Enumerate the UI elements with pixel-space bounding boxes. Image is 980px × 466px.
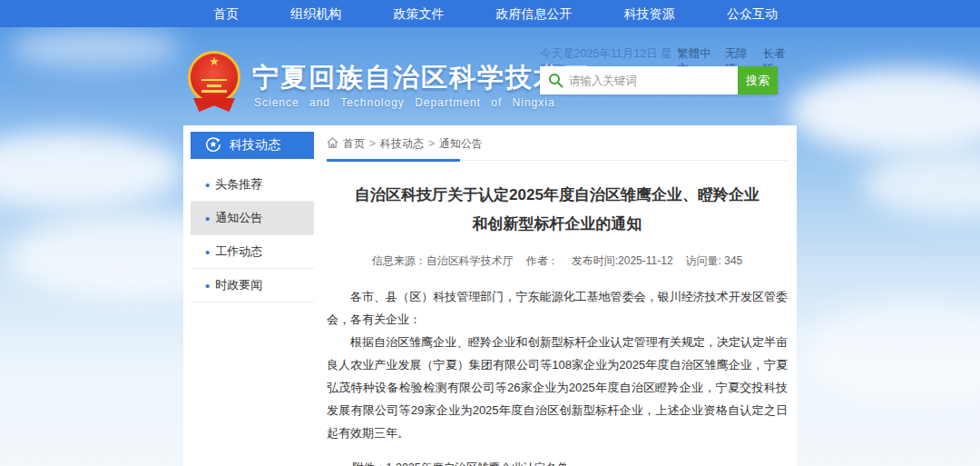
nav-tech-resources[interactable]: 科技资源 [624, 0, 675, 27]
cloud-decoration [799, 300, 980, 400]
article-title: 自治区科技厅关于认定2025年度自治区雏鹰企业、瞪羚企业 和创新型标杆企业的通知 [327, 181, 788, 239]
search-icon [548, 73, 564, 92]
main-content-panel: 科技动态 • 头条推荐 • 通知公告 • 工作动态 • 时政要闻 [183, 125, 797, 466]
sidebar-title: 科技动态 [230, 137, 280, 154]
article-paragraph: 根据自治区雏鹰企业、瞪羚企业和创新型标杆企业认定管理有关规定，决定认定半亩良人农… [327, 331, 788, 444]
search-bar: 搜索 [540, 66, 778, 94]
nav-home[interactable]: 首页 [213, 0, 239, 27]
meta-visit-count: 访问量: 345 [686, 254, 743, 267]
article-title-line1: 自治区科技厅关于认定2025年度自治区雏鹰企业、瞪羚企业 [327, 181, 788, 210]
sidebar-item-label: 工作动态 [215, 243, 262, 260]
breadcrumb-divider [327, 160, 788, 161]
sidebar-item-label: 时政要闻 [215, 277, 262, 293]
nav-policy-documents[interactable]: 政策文件 [393, 0, 444, 27]
article-paragraph: 各市、县（区）科技管理部门，宁东能源化工基地管委会，银川经济技术开发区管委会，各… [327, 285, 788, 331]
national-emblem-logo: ★ [185, 51, 243, 127]
article-title-line2: 和创新型标杆企业的通知 [327, 210, 788, 239]
bullet-icon: • [205, 178, 210, 192]
site-subtitle: Science and Technology Department of Nin… [254, 96, 555, 109]
science-dynamics-icon [205, 136, 221, 155]
nav-organization[interactable]: 组织机构 [290, 0, 341, 27]
meta-source: 信息来源：自治区科学技术厅 [372, 254, 514, 267]
nav-public-interaction[interactable]: 公众互动 [727, 0, 778, 27]
home-icon [327, 137, 338, 151]
sidebar-item-headline-recommendations[interactable]: • 头条推荐 [191, 168, 314, 202]
article-content-area: 首页 > 科技动态 > 通知公告 自治区科技厅关于认定2025年度自治区雏鹰企业… [327, 134, 788, 466]
cloud-decoration [9, 27, 181, 68]
sidebar-item-political-news[interactable]: • 时政要闻 [191, 269, 314, 302]
article-meta: 信息来源：自治区科学技术厅作者：发布时间:2025-11-12访问量: 345 [327, 253, 788, 269]
sidebar-menu: • 头条推荐 • 通知公告 • 工作动态 • 时政要闻 [191, 159, 314, 302]
emblem-gate-icon [201, 79, 227, 93]
breadcrumb: 首页 > 科技动态 > 通知公告 [327, 134, 788, 154]
sidebar-item-notices-announcements[interactable]: • 通知公告 [191, 202, 314, 235]
breadcrumb-divider-accent [327, 159, 460, 162]
sidebar-item-label: 通知公告 [215, 210, 262, 226]
page-background: 首页 组织机构 政策文件 政府信息公开 科技资源 公众互动 ★ 宁夏回族自治区科… [0, 0, 980, 466]
meta-author: 作者： [526, 254, 559, 267]
breadcrumb-category[interactable]: 科技动态 [380, 136, 424, 152]
cloud-decoration [0, 132, 181, 209]
attachments-label: 附件： [352, 459, 387, 466]
bullet-icon: • [205, 245, 210, 259]
breadcrumb-separator: > [428, 137, 435, 150]
emblem-ribbon [193, 98, 235, 112]
sidebar-header: 科技动态 [191, 132, 314, 159]
search-button[interactable]: 搜索 [738, 66, 778, 94]
attachment-link-1[interactable]: 1.2025年度自治区雏鹰企业认定名单 [387, 459, 603, 466]
emblem-circle: ★ [188, 51, 240, 104]
bullet-icon: • [205, 279, 210, 292]
emblem-star-icon: ★ [209, 55, 220, 68]
sidebar-item-work-dynamics[interactable]: • 工作动态 [191, 235, 314, 269]
bullet-icon: • [205, 212, 210, 225]
breadcrumb-separator: > [369, 137, 376, 150]
search-input[interactable] [540, 66, 738, 94]
top-navigation-bar: 首页 组织机构 政策文件 政府信息公开 科技资源 公众互动 [0, 0, 980, 27]
cloud-decoration [862, 150, 980, 218]
breadcrumb-home[interactable]: 首页 [343, 136, 365, 152]
nav-gov-info-disclosure[interactable]: 政府信息公开 [496, 0, 573, 27]
meta-publish-date: 发布时间:2025-11-12 [572, 254, 673, 267]
sidebar-item-label: 头条推荐 [215, 176, 262, 193]
cloud-decoration [789, 68, 980, 154]
breadcrumb-current[interactable]: 通知公告 [439, 136, 483, 152]
attachments-block: 附件： 1.2025年度自治区雏鹰企业认定名单 2.2025年度自治区瞪羚企业认… [352, 459, 788, 466]
article-body: 各市、县（区）科技管理部门，宁东能源化工基地管委会，银川经济技术开发区管委会，各… [327, 285, 788, 444]
sidebar: 科技动态 • 头条推荐 • 通知公告 • 工作动态 • 时政要闻 [191, 132, 314, 302]
